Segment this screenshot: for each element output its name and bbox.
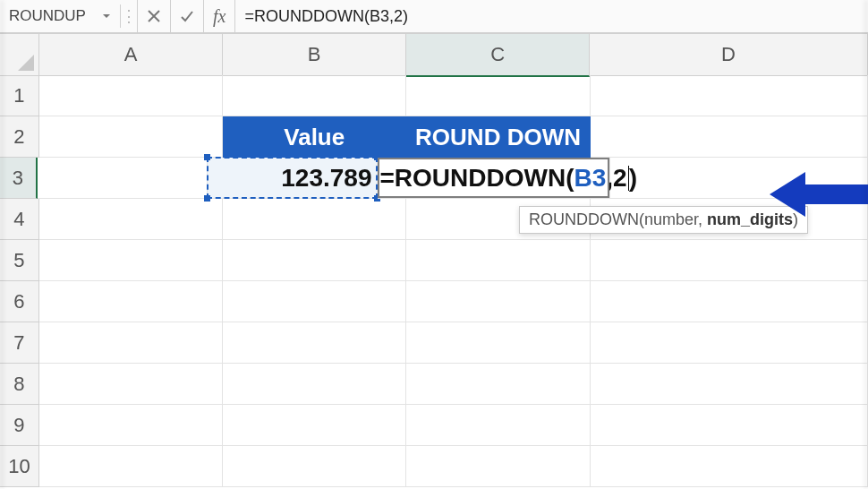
cell-C7[interactable] <box>406 322 590 364</box>
cell-A9[interactable] <box>39 405 223 446</box>
col-header-C[interactable]: C <box>406 34 590 77</box>
formula-bar: ROUNDUP ⋮ fx =ROUNDDOWN(B3,2) <box>0 0 868 33</box>
row-header-2[interactable]: 2 <box>0 116 39 158</box>
formula-bar-grip-icon: ⋮ <box>121 0 138 32</box>
cell-A2[interactable] <box>39 116 223 158</box>
worksheet: A B C D 1 2 Value ROUND DOWN 3 123.789 =… <box>0 33 868 489</box>
enter-formula-button[interactable] <box>171 0 204 32</box>
cell-C5[interactable] <box>406 240 590 281</box>
cell-D5[interactable] <box>591 240 868 281</box>
col-header-D[interactable]: D <box>590 34 868 76</box>
name-box[interactable]: ROUNDUP <box>0 4 121 28</box>
edge-vignette <box>864 0 868 489</box>
cell-A3[interactable] <box>38 158 208 199</box>
cell-A6[interactable] <box>39 281 223 322</box>
tooltip-arg1: number <box>644 210 698 228</box>
formula-tooltip: ROUNDDOWN(number, num_digits) <box>519 206 808 234</box>
cell-B2[interactable]: Value <box>223 116 406 158</box>
cell-D9[interactable] <box>591 405 868 446</box>
cell-C2[interactable]: ROUND DOWN <box>406 116 590 158</box>
cell-B3[interactable]: 123.789 <box>208 158 378 199</box>
cell-B5[interactable] <box>223 240 406 281</box>
name-box-dropdown-icon[interactable] <box>102 12 111 21</box>
cell-B3-value: 123.789 <box>281 164 371 192</box>
cell-D7[interactable] <box>591 322 868 364</box>
cell-C3[interactable]: =ROUNDDOWN(B3,2) <box>378 158 610 199</box>
cell-D10[interactable] <box>591 446 868 487</box>
cell-A7[interactable] <box>39 322 223 364</box>
cell-A4[interactable] <box>39 199 223 240</box>
cell-B6[interactable] <box>223 281 406 322</box>
cell-C1[interactable] <box>406 75 590 116</box>
cell-C10[interactable] <box>406 446 590 487</box>
cell-B8[interactable] <box>223 364 406 405</box>
row-header-8[interactable]: 8 <box>0 364 39 405</box>
cell-D1[interactable] <box>591 75 868 116</box>
fx-icon[interactable]: fx <box>204 0 235 32</box>
cell-A5[interactable] <box>39 240 223 281</box>
cell-B7[interactable] <box>223 322 406 364</box>
row-header-3[interactable]: 3 <box>0 158 38 199</box>
col-header-A[interactable]: A <box>39 34 223 76</box>
cell-A10[interactable] <box>39 446 223 487</box>
reference-handle[interactable] <box>204 154 210 160</box>
name-box-value[interactable]: ROUNDUP <box>7 4 100 28</box>
cancel-formula-button[interactable] <box>138 0 171 32</box>
row-header-10[interactable]: 10 <box>0 446 39 487</box>
cell-D8[interactable] <box>591 364 868 405</box>
formula-eq: = <box>379 164 394 192</box>
row-header-1[interactable]: 1 <box>0 75 39 116</box>
cell-B10[interactable] <box>223 446 406 487</box>
row-header-4[interactable]: 4 <box>0 199 39 240</box>
cell-B4[interactable] <box>223 199 406 240</box>
cell-B9[interactable] <box>223 405 406 446</box>
col-header-B[interactable]: B <box>223 34 406 76</box>
formula-ref: B3 <box>574 164 606 192</box>
cell-C8[interactable] <box>406 364 590 405</box>
cell-D2[interactable] <box>591 116 868 158</box>
edge-vignette <box>0 0 4 489</box>
row-header-5[interactable]: 5 <box>0 240 39 281</box>
tooltip-comma: , <box>698 210 707 228</box>
tooltip-fn: ROUNDDOWN <box>529 210 639 228</box>
annotation-arrow-icon <box>770 170 868 219</box>
cell-C6[interactable] <box>406 281 590 322</box>
cell-B1[interactable] <box>223 75 406 116</box>
cell-C9[interactable] <box>406 405 590 446</box>
row-header-6[interactable]: 6 <box>0 281 39 322</box>
formula-fn: ROUNDDOWN <box>395 164 566 192</box>
cell-A8[interactable] <box>39 364 223 405</box>
cell-D6[interactable] <box>591 281 868 322</box>
select-all-triangle[interactable] <box>0 34 39 76</box>
cell-A1[interactable] <box>39 75 223 116</box>
row-header-7[interactable]: 7 <box>0 322 39 364</box>
row-header-9[interactable]: 9 <box>0 405 39 446</box>
formula-bar-input[interactable]: =ROUNDDOWN(B3,2) <box>235 0 868 32</box>
